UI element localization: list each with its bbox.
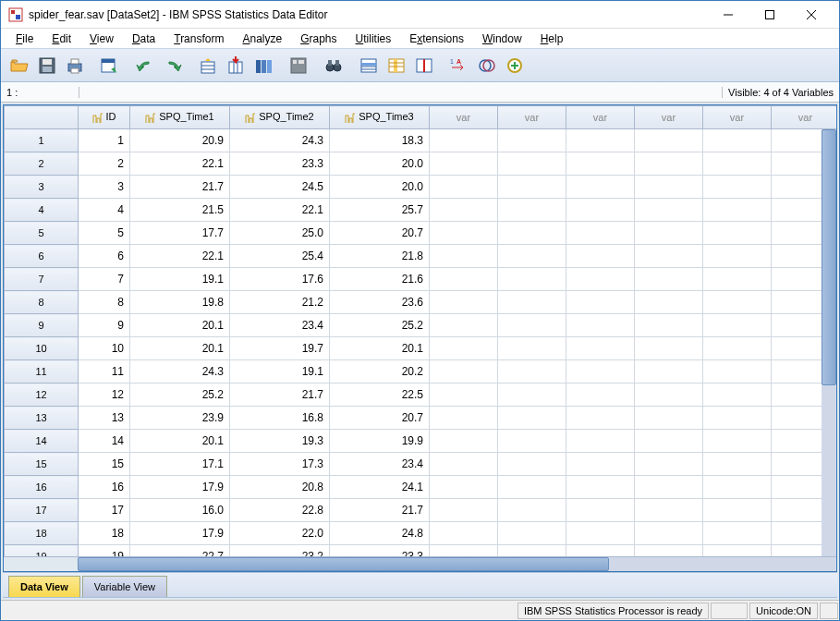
data-cell[interactable]: 7 [79, 268, 130, 291]
row-header[interactable]: 17 [5, 499, 79, 522]
empty-cell[interactable] [703, 407, 772, 430]
undo-button[interactable] [132, 53, 158, 79]
title-bar[interactable]: spider_fear.sav [DataSet2] - IBM SPSS St… [1, 1, 839, 29]
empty-cell[interactable] [703, 129, 772, 152]
data-cell[interactable]: 22.7 [130, 545, 230, 557]
variables-button[interactable] [250, 53, 276, 79]
empty-cell[interactable] [703, 152, 772, 176]
redo-button[interactable] [160, 53, 186, 79]
data-cell[interactable]: 14 [79, 430, 130, 453]
column-header-empty[interactable]: var [566, 106, 635, 129]
empty-cell[interactable] [566, 268, 635, 291]
empty-cell[interactable] [635, 176, 703, 199]
data-cell[interactable]: 1 [79, 129, 130, 152]
empty-cell[interactable] [703, 268, 772, 291]
column-header-empty[interactable]: var [498, 106, 566, 129]
empty-cell[interactable] [498, 337, 566, 360]
tab-variable-view[interactable]: Variable View [82, 576, 167, 597]
data-cell[interactable]: 20.0 [330, 176, 430, 199]
data-cell[interactable]: 24.5 [230, 176, 330, 199]
data-cell[interactable]: 18.3 [330, 129, 430, 152]
data-cell[interactable]: 24.3 [230, 129, 330, 152]
empty-cell[interactable] [703, 199, 772, 222]
empty-cell[interactable] [430, 245, 498, 268]
empty-cell[interactable] [635, 314, 703, 337]
insert-variable-button[interactable] [383, 53, 409, 79]
empty-cell[interactable] [703, 176, 772, 199]
data-cell[interactable]: 20.7 [330, 407, 430, 430]
empty-cell[interactable] [703, 499, 772, 522]
empty-cell[interactable] [703, 360, 772, 384]
data-cell[interactable]: 10 [79, 337, 130, 360]
empty-cell[interactable] [430, 129, 498, 152]
empty-cell[interactable] [635, 384, 703, 407]
empty-cell[interactable] [498, 268, 566, 291]
empty-cell[interactable] [566, 152, 635, 176]
empty-cell[interactable] [635, 129, 703, 152]
data-cell[interactable]: 25.7 [330, 199, 430, 222]
tab-data-view[interactable]: Data View [8, 576, 80, 597]
menu-utilities[interactable]: Utilities [347, 30, 401, 47]
data-cell[interactable]: 20.2 [330, 360, 430, 384]
row-header[interactable]: 6 [5, 245, 79, 268]
column-header-empty[interactable]: var [635, 106, 703, 129]
empty-cell[interactable] [498, 499, 566, 522]
empty-cell[interactable] [566, 430, 635, 453]
data-cell[interactable]: 19.9 [330, 430, 430, 453]
data-cell[interactable]: 21.6 [330, 268, 430, 291]
row-header[interactable]: 7 [5, 268, 79, 291]
empty-cell[interactable] [703, 291, 772, 314]
save-button[interactable] [34, 53, 60, 79]
empty-cell[interactable] [703, 314, 772, 337]
menu-window[interactable]: Window [473, 30, 531, 47]
empty-cell[interactable] [498, 360, 566, 384]
empty-cell[interactable] [566, 222, 635, 245]
empty-cell[interactable] [430, 291, 498, 314]
data-cell[interactable]: 19.1 [130, 268, 230, 291]
data-cell[interactable]: 18 [79, 522, 130, 545]
data-cell[interactable]: 22.8 [230, 499, 330, 522]
empty-cell[interactable] [430, 384, 498, 407]
data-cell[interactable]: 19.7 [230, 337, 330, 360]
open-button[interactable] [6, 53, 32, 79]
empty-cell[interactable] [430, 545, 498, 557]
horizontal-scrollbar[interactable] [4, 556, 836, 571]
empty-cell[interactable] [498, 291, 566, 314]
row-header[interactable]: 19 [5, 545, 79, 557]
data-cell[interactable]: 19 [79, 545, 130, 557]
horizontal-scroll-thumb[interactable] [78, 557, 609, 571]
menu-help[interactable]: Help [531, 30, 573, 47]
data-cell[interactable]: 20.1 [330, 337, 430, 360]
data-cell[interactable]: 22.1 [230, 199, 330, 222]
empty-cell[interactable] [635, 337, 703, 360]
column-header-SPQ_Time2[interactable]: SPQ_Time2 [230, 106, 330, 129]
data-cell[interactable]: 21.8 [330, 245, 430, 268]
row-header[interactable]: 4 [5, 199, 79, 222]
empty-cell[interactable] [430, 360, 498, 384]
data-cell[interactable]: 17.3 [230, 453, 330, 476]
empty-cell[interactable] [703, 476, 772, 499]
column-header-empty[interactable]: var [772, 106, 837, 129]
empty-cell[interactable] [498, 222, 566, 245]
empty-cell[interactable] [498, 545, 566, 557]
empty-cell[interactable] [430, 222, 498, 245]
data-cell[interactable]: 25.2 [330, 314, 430, 337]
data-cell[interactable]: 23.9 [130, 407, 230, 430]
data-cell[interactable]: 21.2 [230, 291, 330, 314]
data-cell[interactable]: 4 [79, 199, 130, 222]
empty-cell[interactable] [635, 522, 703, 545]
menu-analyze[interactable]: Analyze [233, 30, 291, 47]
empty-cell[interactable] [430, 453, 498, 476]
empty-cell[interactable] [430, 476, 498, 499]
empty-cell[interactable] [430, 176, 498, 199]
menu-graphs[interactable]: Graphs [291, 30, 346, 47]
empty-cell[interactable] [635, 545, 703, 557]
empty-cell[interactable] [635, 268, 703, 291]
empty-cell[interactable] [430, 152, 498, 176]
empty-cell[interactable] [635, 245, 703, 268]
data-cell[interactable]: 23.2 [230, 545, 330, 557]
insert-cases-button[interactable] [356, 53, 382, 79]
vertical-scroll-thumb[interactable] [822, 129, 836, 385]
data-cell[interactable]: 24.8 [330, 522, 430, 545]
empty-cell[interactable] [703, 245, 772, 268]
